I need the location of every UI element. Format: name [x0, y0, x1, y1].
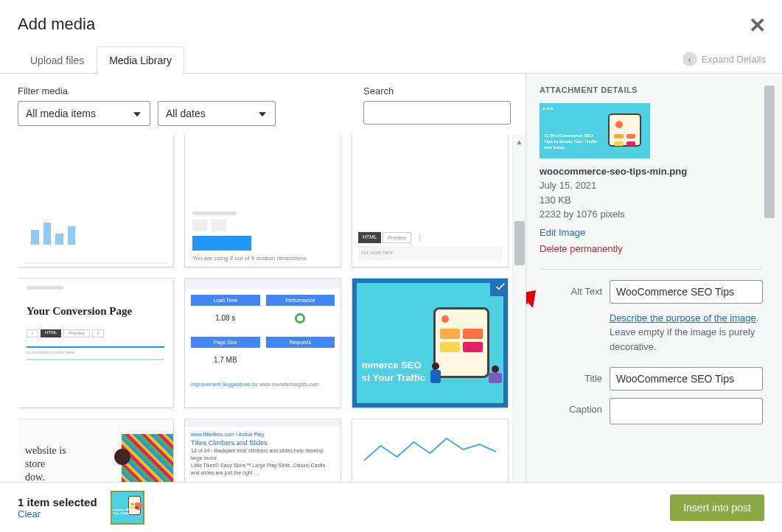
close-icon: ✕ — [749, 14, 766, 37]
media-thumb[interactable]: website is store dow. — [18, 419, 173, 486]
modal-title: Add media — [18, 15, 764, 34]
expand-details-button[interactable]: ‹ Expand Details — [682, 52, 766, 66]
media-thumb-selected[interactable]: mmerce SEO st Your Traffic — [352, 279, 508, 407]
search-label: Search — [363, 85, 511, 97]
details-scrollbar[interactable] — [763, 85, 776, 475]
attachment-size: 130 KB — [540, 193, 763, 208]
media-thumb[interactable]: Primary DimensionProduct ↗ ↗ Product Rev… — [352, 419, 508, 486]
search-input[interactable] — [363, 101, 511, 125]
thumb-title: Your Conversion Page — [18, 301, 173, 326]
delete-permanently-link[interactable]: Delete permanently — [540, 241, 763, 257]
insert-into-post-button[interactable]: Insert into post — [670, 494, 764, 521]
attachment-details-heading: ATTACHMENT DETAILS — [540, 85, 763, 94]
attachment-dimensions: 2232 by 1076 pixels — [540, 207, 763, 222]
close-button[interactable]: ✕ — [749, 13, 766, 38]
modal-footer: 1 item selected Clear mmerce SEOYour Tra… — [0, 482, 782, 532]
caption-label: Caption — [540, 398, 602, 415]
attachment-thumbnail: ◆ time 11 WooCommerce SEOTips to Boost Y… — [540, 103, 650, 158]
tab-upload-files[interactable]: Upload files — [18, 46, 97, 74]
caption-input[interactable] — [610, 398, 763, 424]
media-thumb[interactable]: You are using 2 out of 9 custom dimensio… — [185, 135, 341, 267]
media-grid: You are using 2 out of 9 custom dimensio… — [18, 135, 512, 486]
alt-text-help-link[interactable]: Describe the purpose of the image — [610, 312, 756, 323]
media-thumb[interactable]: Load Time1.08 s Performance Page Size1.7… — [185, 279, 341, 407]
scroll-up-icon[interactable]: ▲ — [514, 136, 525, 147]
media-thumb[interactable]: Your Conversion Page ⋮HTMLPreview⋮ ur co… — [18, 279, 173, 407]
alt-text-input[interactable] — [610, 280, 763, 304]
alt-text-label: Alt Text — [540, 280, 602, 297]
clear-selection-link[interactable]: Clear — [18, 508, 97, 519]
thumb-text-line: mmerce SEO — [362, 360, 425, 372]
media-tabs: Upload files Media Library — [0, 46, 782, 74]
selection-count: 1 item selected — [18, 496, 97, 508]
alt-text-help: Describe the purpose of the image. Leave… — [610, 311, 763, 354]
filter-media-type-select[interactable]: All media items — [18, 101, 150, 126]
grid-scrollbar[interactable]: ▲ — [512, 135, 526, 486]
expand-details-label: Expand Details — [702, 54, 766, 65]
selected-thumb[interactable]: mmerce SEOYour Traffic — [111, 491, 144, 525]
attachment-details-panel: ATTACHMENT DETAILS ◆ time 11 WooCommerce… — [526, 74, 782, 486]
attachment-date: July 15, 2021 — [540, 178, 763, 193]
filter-media-label: Filter media — [18, 85, 276, 97]
scroll-thumb[interactable] — [514, 221, 525, 265]
edit-image-link[interactable]: Edit Image — [540, 225, 763, 241]
selection-checkmark-icon[interactable] — [490, 279, 508, 296]
attachment-filename: woocommerce-seo-tips-min.png — [540, 166, 763, 177]
media-thumb[interactable]: HTMLPreview⋮ our code here — [352, 135, 508, 267]
scroll-thumb[interactable] — [764, 85, 775, 218]
filter-dates-select[interactable]: All dates — [158, 101, 276, 126]
tab-media-library[interactable]: Media Library — [97, 46, 184, 74]
chevron-left-icon: ‹ — [682, 52, 697, 66]
title-label: Title — [540, 367, 602, 384]
thumb-text-line: st Your Traffic — [362, 372, 425, 385]
media-thumb[interactable] — [18, 135, 173, 267]
separator — [540, 269, 763, 270]
title-input[interactable] — [610, 367, 763, 391]
media-thumb[interactable]: www.littletikes.com › Active Play Tikes … — [185, 419, 341, 486]
